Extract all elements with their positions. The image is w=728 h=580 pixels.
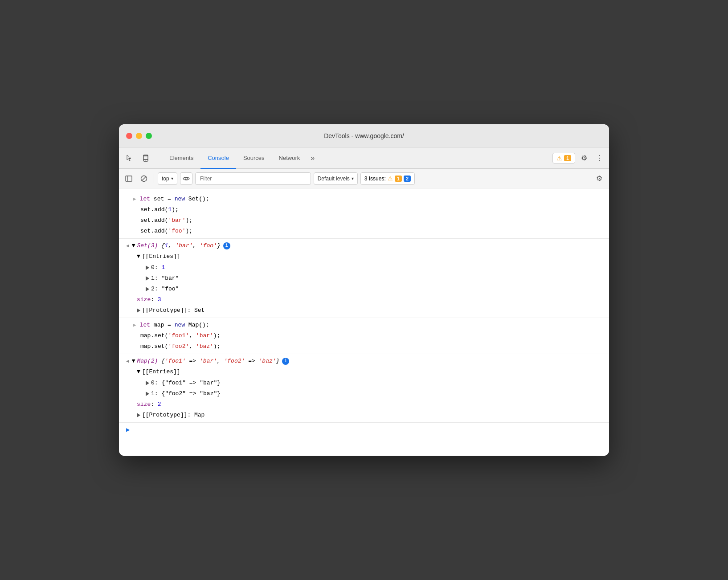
input-line-4: set.add('foo'); [119, 226, 609, 237]
map-input-line-1: ▶ let map = new Map(); [119, 320, 609, 331]
issues-counter-btn[interactable]: 3 Issues: ⚠ 1 2 [360, 172, 415, 185]
map-entry1-expand-btn[interactable] [146, 392, 149, 396]
svg-point-8 [185, 177, 187, 180]
svg-point-3 [145, 159, 146, 160]
entries-header: ▼ [[Entries]] [119, 251, 609, 262]
entry2-expand-btn[interactable] [146, 287, 149, 291]
sidebar-icon [125, 176, 132, 182]
toolbar-separator [154, 174, 154, 183]
back-arrow-icon2: ◀ [126, 357, 129, 366]
console-prompt[interactable]: ▶ [119, 425, 609, 436]
chevron-down-icon: ▾ [171, 176, 173, 181]
tabbar-left-controls [123, 147, 159, 168]
issues-info-count: 2 [404, 176, 411, 182]
entry0-expand-btn[interactable] [146, 265, 149, 270]
tabbar-right-controls: ⚠ 1 ⚙ ⋮ [552, 147, 605, 168]
traffic-lights [126, 133, 152, 139]
map-size: size: 2 [119, 399, 609, 410]
issues-warning-icon: ⚠ [556, 155, 562, 162]
tab-elements[interactable]: Elements [162, 147, 200, 169]
tab-sources[interactable]: Sources [236, 147, 272, 169]
svg-line-7 [142, 176, 146, 181]
set-entry-0: 0: 1 [119, 262, 609, 273]
map-prototype: [[Prototype]]: Map [119, 410, 609, 421]
set-output-block: ◀ ▼ Set(3) {1, 'bar', 'foo'} i ▼ [[Entri… [119, 239, 609, 318]
tabs: Elements Console Sources Network » [162, 147, 318, 168]
entries-collapse-btn[interactable]: ▼ [137, 252, 140, 261]
console-settings-btn[interactable]: ⚙ [593, 172, 605, 185]
issues-warning-count2: 1 [395, 176, 402, 182]
expand-arrow-2[interactable]: ▶ [133, 321, 136, 330]
map-info-icon[interactable]: i [282, 358, 289, 365]
set-collapse-btn[interactable]: ▼ [132, 241, 135, 251]
cursor-icon [126, 154, 134, 162]
input-line-1: ▶ let set = new Set(); [119, 194, 609, 204]
map-entries-header: ▼ [[Entries]] [119, 367, 609, 377]
window-title: DevTools - www.google.com/ [324, 132, 404, 139]
map-entry-1: 1: {"foo2" => "baz"} [119, 388, 609, 399]
log-levels-btn[interactable]: Default levels ▾ [314, 172, 358, 185]
entry1-expand-btn[interactable] [146, 276, 149, 281]
set-entry-2: 2: "foo" [119, 284, 609, 294]
context-selector[interactable]: top ▾ [158, 172, 177, 185]
issues-warning-icon2: ⚠ [388, 175, 393, 182]
levels-chevron-icon: ▾ [352, 176, 354, 181]
set-prototype: [[Prototype]]: Set [119, 305, 609, 316]
device-toolbar-btn[interactable] [139, 151, 153, 165]
map-entry0-expand-btn[interactable] [146, 381, 149, 385]
svg-rect-4 [126, 176, 132, 181]
input-line-2: set.add(1); [119, 204, 609, 215]
filter-input[interactable] [195, 172, 311, 185]
tab-console[interactable]: Console [200, 147, 236, 169]
map-input-block: ▶ let map = new Map(); map.set('foo1', '… [119, 318, 609, 354]
map-entry-0: 0: {"foo1" => "bar"} [119, 378, 609, 388]
tab-network[interactable]: Network [272, 147, 307, 169]
set-input-block: ▶ let set = new Set(); set.add(1); set.a… [119, 192, 609, 239]
prototype-expand-btn[interactable] [137, 308, 140, 313]
map-header-line: ◀ ▼ Map(2) {'foo1' => 'bar', 'foo2' => '… [119, 356, 609, 367]
prompt-arrow-icon: ▶ [126, 425, 130, 436]
devtools-window: DevTools - www.google.com/ Elemen [119, 124, 609, 456]
map-entries-collapse-btn[interactable]: ▼ [137, 367, 140, 377]
input-line-3: set.add('bar'); [119, 215, 609, 226]
map-prototype-expand-btn[interactable] [137, 413, 140, 417]
sidebar-toggle-btn[interactable] [123, 172, 135, 185]
clear-console-btn[interactable] [138, 172, 150, 185]
map-output-block: ◀ ▼ Map(2) {'foo1' => 'bar', 'foo2' => '… [119, 354, 609, 423]
map-collapse-btn[interactable]: ▼ [132, 356, 135, 366]
map-input-line-3: map.set('foo2', 'baz'); [119, 341, 609, 352]
device-icon [142, 154, 150, 162]
issues-badge[interactable]: ⚠ 1 [552, 153, 575, 163]
set-info-icon[interactable]: i [223, 242, 230, 249]
console-output: ▶ let set = new Set(); set.add(1); set.a… [119, 188, 609, 456]
tabbar: Elements Console Sources Network » ⚠ 1 ⚙… [119, 147, 609, 169]
map-input-line-2: map.set('foo1', 'bar'); [119, 331, 609, 341]
tabs-more-btn[interactable]: » [307, 147, 318, 168]
issues-warning-count: 1 [564, 155, 571, 161]
console-toolbar: top ▾ Default levels ▾ 3 Issues: ⚠ 1 2 ⚙ [119, 169, 609, 188]
live-expressions-btn[interactable] [180, 172, 192, 185]
maximize-button[interactable] [146, 133, 152, 139]
settings-btn[interactable]: ⚙ [578, 152, 590, 164]
set-header-line: ◀ ▼ Set(3) {1, 'bar', 'foo'} i [119, 241, 609, 251]
ban-icon [140, 175, 147, 182]
titlebar: DevTools - www.google.com/ [119, 124, 609, 147]
cursor-icon-btn[interactable] [123, 151, 137, 165]
more-options-btn[interactable]: ⋮ [593, 152, 605, 164]
console-input[interactable] [132, 427, 602, 433]
set-entry-1: 1: "bar" [119, 273, 609, 284]
expand-arrow-1[interactable]: ▶ [133, 195, 136, 204]
set-size: size: 3 [119, 294, 609, 305]
back-arrow-icon: ◀ [126, 242, 129, 250]
eye-icon [183, 176, 190, 181]
minimize-button[interactable] [136, 133, 142, 139]
close-button[interactable] [126, 133, 132, 139]
